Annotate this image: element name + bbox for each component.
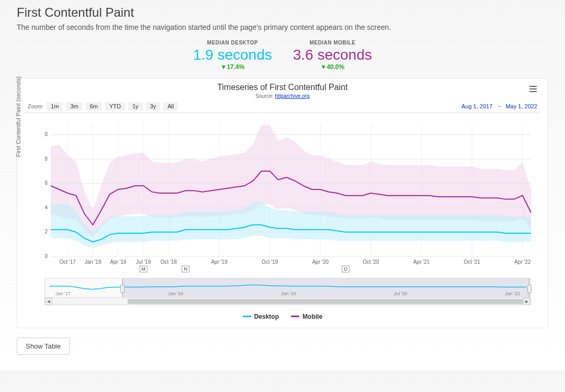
legend-item-mobile[interactable]: Mobile [291, 313, 322, 320]
legend-item-desktop[interactable]: Desktop [243, 313, 279, 320]
svg-text:Jan '18: Jan '18 [85, 259, 101, 265]
zoom-6m[interactable]: 6m [86, 102, 102, 110]
svg-text:Apr '20: Apr '20 [312, 259, 329, 265]
svg-text:Apr '22: Apr '22 [514, 259, 531, 265]
chart-menu-icon[interactable] [526, 83, 540, 95]
show-table-button[interactable]: Show Table [17, 338, 70, 355]
scroll-right-icon[interactable]: ► [523, 298, 530, 305]
zoom-label: Zoom [28, 103, 42, 109]
source-link[interactable]: httparchive.org [275, 93, 310, 99]
svg-text:Oct '18: Oct '18 [161, 259, 177, 265]
svg-text:8: 8 [44, 156, 48, 162]
zoom-3y[interactable]: 3y [146, 102, 161, 110]
timeseries-plot[interactable]: 0246810Oct '17Jan '18Apr '18Jul '18Oct '… [44, 113, 536, 275]
median-mobile-change: ▼40.0% [293, 63, 372, 71]
svg-text:Oct '19: Oct '19 [262, 259, 278, 265]
legend-swatch-desktop [243, 316, 251, 317]
chart-source: Source: httparchive.org [25, 93, 540, 99]
yaxis-title: First Contentful Paint (seconds) [15, 76, 21, 156]
range-from[interactable]: Aug 1, 2017 [461, 103, 492, 109]
svg-text:0: 0 [44, 253, 48, 259]
median-desktop-change: ▼17.4% [193, 63, 272, 71]
legend-swatch-mobile [291, 316, 299, 317]
zoom-1m[interactable]: 1m [47, 102, 63, 110]
median-desktop-value: 1.9 seconds [193, 47, 272, 63]
svg-text:Apr '19: Apr '19 [211, 259, 228, 265]
svg-text:O: O [344, 266, 347, 272]
median-mobile-value: 3.6 seconds [293, 47, 372, 63]
svg-text:Jul '18: Jul '18 [136, 259, 151, 265]
zoom-ytd[interactable]: YTD [105, 102, 125, 110]
zoom-buttons: Zoom 1m 3m 6m YTD 1y 3y All [28, 102, 178, 110]
range-navigator[interactable]: Jan '17 Jan '18 Jan '19 Jul '20 Jan '22 … [44, 278, 531, 305]
svg-text:10: 10 [44, 131, 48, 137]
svg-text:4: 4 [44, 205, 48, 210]
median-mobile-block: MEDIAN MOBILE 3.6 seconds ▼40.0% [293, 40, 372, 71]
svg-text:M: M [141, 266, 145, 272]
zoom-1y[interactable]: 1y [128, 102, 143, 110]
range-arrow-icon: → [496, 103, 502, 109]
median-mobile-label: MEDIAN MOBILE [293, 40, 372, 46]
svg-text:6: 6 [44, 180, 48, 186]
navigator-scrollbar[interactable]: ◄ ► [45, 297, 530, 305]
zoom-all[interactable]: All [163, 102, 178, 110]
svg-text:N: N [184, 266, 187, 272]
median-desktop-block: MEDIAN DESKTOP 1.9 seconds ▼17.4% [193, 40, 272, 71]
scroll-left-icon[interactable]: ◄ [45, 298, 52, 305]
svg-text:Apr '18: Apr '18 [110, 259, 127, 265]
zoom-3m[interactable]: 3m [66, 102, 82, 110]
page-subtitle: The number of seconds from the time the … [17, 23, 548, 31]
navigator-labels: Jan '17 Jan '18 Jan '19 Jul '20 Jan '22 [45, 291, 530, 296]
svg-text:Apr '21: Apr '21 [413, 259, 430, 265]
chart-title: Timeseries of First Contentful Paint [25, 83, 540, 92]
range-to[interactable]: May 1, 2022 [505, 103, 537, 109]
svg-text:Oct '20: Oct '20 [363, 259, 379, 265]
plot-area[interactable]: First Contentful Paint (seconds) 0246810… [25, 113, 540, 275]
median-summary: MEDIAN DESKTOP 1.9 seconds ▼17.4% MEDIAN… [17, 40, 548, 71]
legend: Desktop Mobile [25, 311, 540, 320]
svg-text:Oct '21: Oct '21 [464, 259, 481, 265]
median-desktop-label: MEDIAN DESKTOP [193, 40, 272, 46]
svg-text:Oct '17: Oct '17 [60, 259, 76, 265]
chart-card: Timeseries of First Contentful Paint Sou… [17, 78, 548, 328]
range-display: Aug 1, 2017 → May 1, 2022 [461, 103, 537, 109]
page-title: First Contentful Paint [17, 5, 548, 20]
svg-text:2: 2 [44, 229, 48, 234]
